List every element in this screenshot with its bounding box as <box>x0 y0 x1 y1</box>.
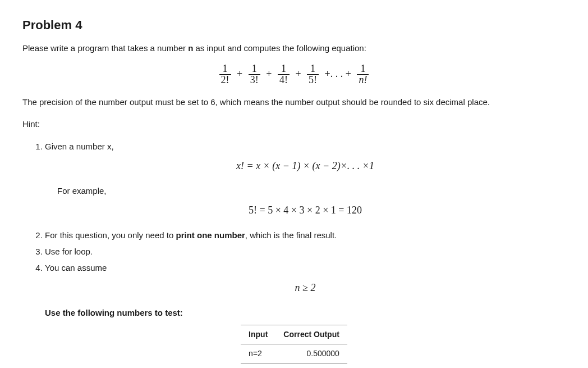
intro-var-n: n <box>188 43 193 53</box>
for-example-text: For example, <box>45 184 566 197</box>
hint-list: Given a number x, x! = x × (x − 1) × (x … <box>22 140 566 319</box>
intro-text-post: as input and computes the following equa… <box>193 43 366 53</box>
hint1-text: Given a number x, <box>45 140 566 153</box>
table-row: n=2 0.500000 <box>241 344 347 364</box>
plus-op: + <box>235 68 245 79</box>
test-table: Input Correct Output n=2 0.500000 n=3 0.… <box>241 325 347 368</box>
frac-den-2: 4! <box>278 74 290 85</box>
equation-assume: n ≥ 2 <box>45 280 566 296</box>
frac-num-3: 1 <box>307 63 319 74</box>
hint-item-2: For this question, you only need to prin… <box>45 229 566 242</box>
table-head-row: Input Correct Output <box>241 325 347 344</box>
equation-factorial: x! = x × (x − 1) × (x − 2)×. . . ×1 <box>45 158 566 174</box>
frac-num-n: 1 <box>357 63 369 74</box>
hint2-pre: For this question, you only need to <box>45 230 176 240</box>
cell-output-1: 0.666667 <box>275 364 347 368</box>
frac-num-0: 1 <box>219 63 231 74</box>
plus-op: + <box>264 68 274 79</box>
cell-input-0: n=2 <box>241 344 275 364</box>
intro-text-pre: Please write a program that takes a numb… <box>22 43 188 53</box>
hint-item-1: Given a number x, x! = x × (x − 1) × (x … <box>45 140 566 219</box>
eq-assume-text: n ≥ 2 <box>295 282 316 293</box>
hint-item-3: Use for loop. <box>45 245 566 258</box>
cell-input-1: n=3 <box>241 364 275 368</box>
eq-factorial-text: x! = x × (x − 1) × (x − 2)×. . . ×1 <box>236 160 374 171</box>
th-input: Input <box>241 325 275 344</box>
frac-num-2: 1 <box>278 63 290 74</box>
cell-output-0: 0.500000 <box>275 344 347 364</box>
hint-item-4: You can assume n ≥ 2 Use the following n… <box>45 261 566 319</box>
th-output: Correct Output <box>275 325 347 344</box>
problem-title: Problem 4 <box>22 16 566 35</box>
hint2-post: , which is the final result. <box>245 230 337 240</box>
frac-den-n: n! <box>357 74 369 85</box>
frac-den-0: 2! <box>219 74 231 85</box>
frac-den-1: 3! <box>249 74 260 85</box>
equation-main: 12! + 13! + 14! + 15! +. . . + 1n! <box>22 63 566 85</box>
hint2-bold: print one number <box>176 230 245 240</box>
table-row: n=3 0.666667 <box>241 364 347 368</box>
hint-label: Hint: <box>22 117 566 130</box>
hint4-text: You can assume <box>45 263 107 272</box>
dots-op: +. . . + <box>323 68 353 79</box>
test-label: Use the following numbers to test: <box>45 306 566 319</box>
frac-den-3: 5! <box>307 74 319 85</box>
equation-example: 5! = 5 × 4 × 3 × 2 × 1 = 120 <box>45 203 566 219</box>
plus-op: + <box>293 68 303 79</box>
precision-text: The precision of the number output must … <box>22 96 566 108</box>
frac-num-1: 1 <box>249 63 260 74</box>
intro-paragraph: Please write a program that takes a numb… <box>22 42 566 54</box>
